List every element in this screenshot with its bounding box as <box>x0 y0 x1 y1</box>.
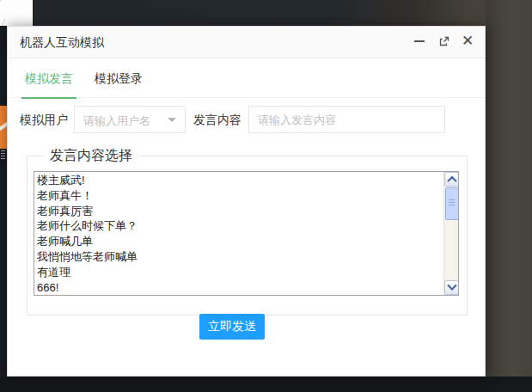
user-label: 模拟用户 <box>20 113 68 128</box>
maximize-icon <box>438 36 449 47</box>
tab-simulate-login[interactable]: 模拟登录 <box>91 71 146 97</box>
content-input[interactable] <box>248 106 445 133</box>
speech-form-row: 模拟用户 请输入用户名 发言内容 <box>8 106 485 133</box>
chevron-down-icon <box>168 118 176 122</box>
maximize-button[interactable] <box>437 34 450 48</box>
phrase-option[interactable]: 我悄悄地等老师喊单 <box>37 249 458 265</box>
background-window-left <box>0 26 7 377</box>
listbox-scrollbar[interactable] <box>443 172 458 295</box>
close-icon: ✕ <box>462 34 474 48</box>
minimize-button[interactable] <box>413 34 426 48</box>
content-label: 发言内容 <box>193 113 242 128</box>
robot-simulator-dialog: 机器人互动模拟 ✕ 模拟发言 模拟登录 模拟用户 请输入用户名 发言内容 发 <box>7 26 486 377</box>
phrase-option[interactable]: 有道理 <box>37 265 458 280</box>
scroll-down-button[interactable] <box>444 280 459 295</box>
chevron-down-icon <box>447 280 456 290</box>
tab-simulate-speech[interactable]: 模拟发言 <box>21 71 76 99</box>
tab-bar-divider <box>8 97 485 98</box>
content-selection-legend: 发言内容选择 <box>43 147 139 165</box>
background-window-right <box>486 0 532 392</box>
phrase-option[interactable]: 老师什么时候下单？ <box>37 218 458 234</box>
phrase-option[interactable]: 老师真牛！ <box>37 188 458 204</box>
phrase-option[interactable]: 楼主威武! <box>37 173 458 188</box>
window-controls: ✕ <box>413 34 474 48</box>
dialog-title: 机器人互动模拟 <box>20 35 104 51</box>
chevron-up-icon <box>447 175 456 185</box>
phrase-listbox[interactable]: 楼主威武!老师真牛！老师真厉害老师什么时候下单？老师喊几单我悄悄地等老师喊单有道… <box>34 171 459 296</box>
left-edge-artifact <box>1 150 5 161</box>
background-window-bottom <box>0 377 532 392</box>
send-now-button[interactable]: 立即发送 <box>199 314 265 340</box>
minimize-icon <box>414 40 425 42</box>
user-select[interactable]: 请输入用户名 <box>74 106 186 133</box>
scroll-up-button[interactable] <box>444 172 459 187</box>
screen: { "window": { "title": "机器人互动模拟" }, "tab… <box>0 0 532 392</box>
dialog-titlebar: 机器人互动模拟 ✕ <box>8 27 485 58</box>
close-button[interactable]: ✕ <box>461 34 474 48</box>
phrase-option[interactable]: 老师真厉害 <box>37 204 458 219</box>
phrase-options: 楼主威武!老师真牛！老师真厉害老师什么时候下单？老师喊几单我悄悄地等老师喊单有道… <box>34 172 458 295</box>
scrollbar-thumb[interactable] <box>445 187 459 220</box>
phrase-option[interactable]: 666! <box>37 280 458 296</box>
tab-bar: 模拟发言 模拟登录 <box>8 58 485 99</box>
user-select-placeholder: 请输入用户名 <box>83 113 150 129</box>
background-window-top <box>0 0 532 26</box>
background-orange-logo <box>0 106 7 149</box>
phrase-option[interactable]: 老师喊几单 <box>37 234 458 249</box>
arc-decoration-icon <box>0 0 33 26</box>
background-corner-art <box>0 0 33 26</box>
